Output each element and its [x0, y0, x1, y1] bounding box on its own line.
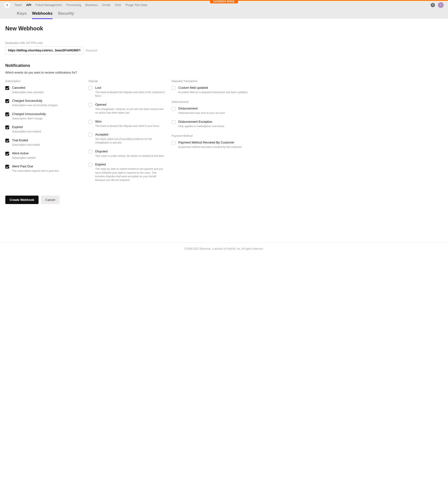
topnav-links: TeamAPIFraud ManagementProcessingBusines… — [14, 3, 431, 7]
event-description: Subscription was successfully charged — [12, 103, 57, 107]
notifications-sub: Which events do you want to receive noti… — [5, 71, 443, 74]
event-checkbox[interactable] — [5, 86, 9, 90]
event-row: Went Past DueThe subscription lapsed and… — [5, 164, 89, 173]
event-checkbox[interactable] — [5, 165, 9, 169]
notification-column: SubscriptionCanceledSubscription was can… — [5, 80, 89, 187]
help-button[interactable]: ? — [431, 3, 435, 7]
event-row: Charged SuccessfullySubscription was suc… — [5, 99, 89, 107]
event-description: Subscription has expired — [12, 130, 41, 133]
event-description: A custom field on a disputed transaction… — [178, 91, 248, 94]
event-checkbox[interactable] — [5, 125, 9, 129]
event-title: Charged Successfully — [12, 99, 57, 102]
action-buttons: Create Webhook Cancel — [5, 195, 443, 204]
group-label: Dispute — [89, 80, 172, 82]
event-checkbox[interactable] — [172, 86, 175, 90]
event-row: Charged UnsuccessfullySubscription didn'… — [5, 112, 89, 120]
event-checkbox[interactable] — [172, 107, 175, 111]
event-description: The bank evaluated the dispute and ruled… — [95, 91, 166, 98]
group-label: Disbursement — [172, 100, 255, 103]
topnav-link-oauth[interactable]: OAuth — [102, 3, 110, 7]
event-description: The subscription lapsed and is past due — [12, 169, 59, 173]
event-title: Went Past Due — [12, 164, 59, 168]
user-avatar[interactable]: I — [438, 2, 444, 8]
event-title: Charged Unsuccessfully — [12, 112, 46, 116]
back-button[interactable] — [4, 2, 10, 8]
notifications-heading: Notifications — [5, 63, 443, 68]
url-field-row: Required — [5, 46, 443, 54]
event-description: Your case is under review. No action is … — [95, 154, 165, 158]
sandbox-badge: SANDBOX MODE — [210, 0, 238, 3]
sandbox-bar: SANDBOX MODE — [0, 0, 448, 1]
topnav-link-fraud-management[interactable]: Fraud Management — [35, 3, 62, 7]
event-title: Payment Method Revoked By Customer — [178, 141, 242, 144]
page-title: New Webhook — [5, 25, 443, 32]
event-checkbox[interactable] — [172, 141, 175, 145]
event-description: Subscription was canceled — [12, 91, 43, 94]
event-row: Custom field updatedA custom field on a … — [172, 86, 255, 94]
event-description: Subscription started — [12, 156, 35, 160]
tab-webhooks[interactable]: Webhooks — [32, 10, 53, 19]
notification-column: DisputeLostThe bank evaluated the disput… — [89, 80, 172, 187]
event-row: Went ActiveSubscription started — [5, 152, 89, 160]
url-field-label: Destination URL (HTTPS only) — [5, 41, 443, 44]
topnav-link-processing[interactable]: Processing — [66, 3, 81, 7]
sub-navigation: KeysWebhooksSecurity — [0, 10, 448, 19]
event-row: Disbursement ExceptionOnly applies to ma… — [172, 120, 255, 128]
event-row: ExpiredSubscription has expired — [5, 125, 89, 133]
arrow-left-icon — [6, 4, 9, 7]
event-title: Expired — [12, 125, 41, 129]
event-row: AcceptedYou have opted out of providing … — [89, 133, 172, 145]
event-title: Accepted — [95, 133, 166, 136]
event-description: Subscription trial ended — [12, 143, 40, 147]
event-title: Disbursement — [178, 107, 225, 110]
event-checkbox[interactable] — [89, 150, 92, 154]
event-checkbox[interactable] — [5, 113, 9, 116]
page-content: New Webhook Destination URL (HTTPS only)… — [0, 19, 448, 218]
event-title: Disbursement Exception — [178, 120, 224, 123]
event-description: The chargeback, retrieval, or pre-arb ha… — [95, 107, 166, 115]
event-row: LostThe bank evaluated the dispute and r… — [89, 86, 172, 98]
topnav-right: ? I — [431, 2, 444, 8]
event-checkbox[interactable] — [172, 120, 175, 124]
destination-url-input[interactable] — [5, 46, 83, 54]
event-row: ExpiredThe reply-by date to submit evide… — [89, 163, 172, 182]
event-checkbox[interactable] — [89, 120, 92, 124]
event-row: DisbursementDisbursement was sent to you… — [172, 107, 255, 115]
event-description: Subscription didn't charge — [12, 117, 46, 120]
group-label: Payment Method — [172, 134, 255, 137]
event-description: Only applies to marketplace merchants — [178, 124, 224, 128]
event-checkbox[interactable] — [89, 86, 92, 90]
event-row: Trial EndedSubscription trial ended — [5, 138, 89, 147]
event-row: DisputedYour case is under review. No ac… — [89, 150, 172, 158]
event-row: OpenedThe chargeback, retrieval, or pre-… — [89, 103, 172, 115]
event-checkbox[interactable] — [89, 103, 92, 107]
event-description: The reply-by date to submit evidence has… — [95, 167, 166, 182]
group-label: Disputed Transaction — [172, 80, 255, 82]
event-description: Disbursement was sent to your account — [178, 111, 225, 115]
event-title: Expired — [95, 163, 166, 166]
footer-copyright: ©2008-2022 Braintree, a division of PayP… — [0, 243, 448, 255]
event-description: A payment method has been revoked by the… — [178, 145, 242, 149]
event-title: Trial Ended — [12, 138, 40, 142]
event-title: Lost — [95, 86, 166, 90]
event-title: Opened — [95, 103, 166, 106]
required-text: Required — [86, 49, 97, 52]
event-description: The bank evaluated the dispute and ruled… — [95, 124, 160, 128]
create-webhook-button[interactable]: Create Webhook — [5, 195, 39, 204]
tab-security[interactable]: Security — [58, 10, 74, 18]
event-row: CanceledSubscription was canceled — [5, 86, 89, 94]
event-checkbox[interactable] — [5, 152, 9, 155]
event-checkbox[interactable] — [89, 133, 92, 137]
event-checkbox[interactable] — [5, 99, 9, 103]
event-row: WonThe bank evaluated the dispute and ru… — [89, 120, 172, 128]
tab-keys[interactable]: Keys — [17, 10, 27, 18]
cancel-button[interactable]: Cancel — [41, 195, 59, 204]
topnav-link-sso[interactable]: SSO — [115, 3, 121, 7]
topnav-link-api[interactable]: API — [26, 3, 31, 7]
event-checkbox[interactable] — [89, 163, 92, 167]
topnav-link-business[interactable]: Business — [85, 3, 98, 7]
event-checkbox[interactable] — [5, 139, 9, 143]
topnav-link-team[interactable]: Team — [14, 3, 22, 7]
topnav-link-purge-test-data[interactable]: Purge Test Data — [126, 3, 147, 7]
event-title: Disputed — [95, 150, 165, 153]
